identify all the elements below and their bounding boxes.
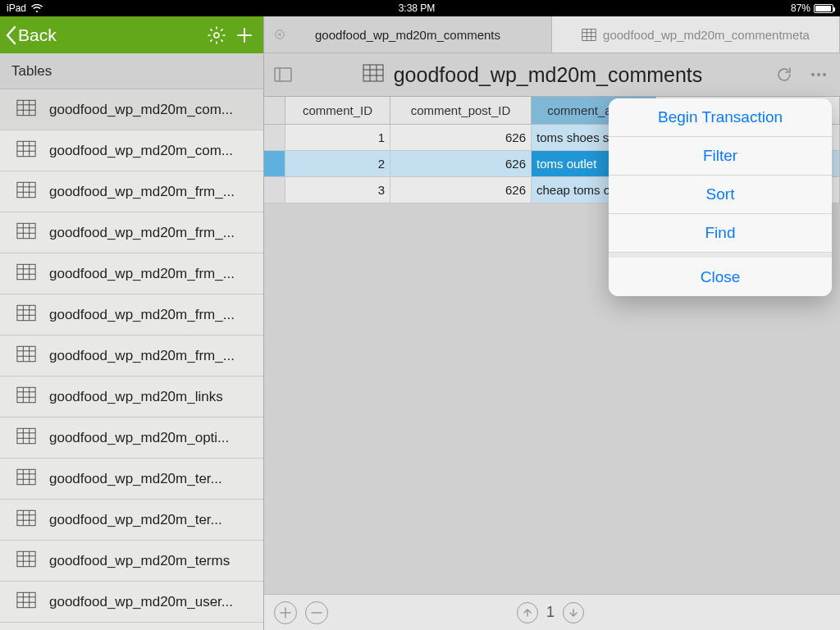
table-icon [16, 140, 36, 162]
add-row-button[interactable] [274, 601, 297, 624]
table-item-label: goodfood_wp_md20m_opti... [49, 430, 229, 446]
table-item-label: goodfood_wp_md20m_user... [49, 594, 233, 610]
sidebar-table-item[interactable]: goodfood_wp_md20m_opti... [0, 418, 263, 459]
table-icon [16, 427, 36, 449]
table-icon [363, 63, 384, 87]
close-icon [275, 30, 285, 39]
clock: 3:38 PM [399, 2, 436, 14]
refresh-button[interactable] [771, 62, 797, 88]
column-header[interactable]: comment_ID [285, 97, 390, 124]
svg-rect-67 [582, 29, 596, 40]
table-icon [16, 345, 36, 367]
svg-rect-36 [17, 387, 35, 402]
popover-action[interactable]: Sort [609, 176, 832, 214]
sidebar-table-item[interactable]: goodfood_wp_md20m_frm_... [0, 294, 263, 336]
add-button[interactable] [231, 21, 258, 49]
battery-icon [814, 4, 833, 13]
sidebar-header: Back [0, 16, 263, 53]
svg-rect-46 [17, 469, 35, 484]
table-item-label: goodfood_wp_md20m_frm_... [49, 348, 235, 364]
minus-icon [311, 607, 322, 619]
actions-popover: Begin TransactionFilterSortFindClose [609, 98, 832, 296]
sidebar: Back Tables goodfood_wp_md20m_com...good… [0, 16, 264, 630]
table-item-label: goodfood_wp_md20m_terms [49, 553, 230, 569]
close-tab-button[interactable] [272, 27, 287, 42]
tab[interactable]: goodfood_wp_md20m_comments [264, 16, 552, 52]
sidebar-table-item[interactable]: goodfood_wp_md20m_ter... [0, 459, 263, 500]
title-bar: goodfood_wp_md20m_comments [264, 53, 840, 96]
svg-rect-11 [17, 182, 35, 197]
table-item-label: goodfood_wp_md20m_com... [49, 143, 233, 159]
popover-action[interactable]: Filter [609, 137, 832, 176]
ellipsis-icon [811, 73, 826, 76]
settings-button[interactable] [203, 21, 231, 49]
sidebar-table-item[interactable]: goodfood_wp_md20m_terms [0, 541, 263, 582]
tab-label: goodfood_wp_md20m_commentmeta [603, 28, 810, 42]
page-number: 1 [546, 604, 555, 621]
column-header[interactable]: comment_post_ID [390, 97, 532, 124]
svg-rect-74 [363, 65, 383, 81]
row-header[interactable] [264, 125, 285, 150]
table-icon [16, 263, 36, 285]
popover-action[interactable]: Begin Transaction [609, 98, 832, 137]
tab-label: goodfood_wp_md20m_comments [315, 28, 500, 42]
svg-rect-31 [17, 346, 35, 361]
svg-rect-56 [17, 551, 35, 566]
more-actions-button[interactable] [806, 62, 832, 88]
sidebar-table-item[interactable]: goodfood_wp_md20m_frm_... [0, 253, 263, 294]
toggle-sidebar-button[interactable] [272, 64, 294, 85]
svg-rect-61 [17, 592, 35, 607]
svg-rect-51 [17, 510, 35, 525]
table-item-label: goodfood_wp_md20m_ter... [49, 471, 222, 487]
svg-rect-26 [17, 305, 35, 320]
battery-percent: 87% [791, 2, 810, 14]
bottom-toolbar: 1 [264, 594, 840, 630]
sidebar-table-item[interactable]: goodfood_wp_md20m_user... [0, 582, 263, 623]
delete-row-button[interactable] [305, 601, 328, 624]
row-header[interactable] [264, 151, 285, 176]
row-header[interactable] [264, 177, 285, 203]
next-page-button[interactable] [563, 602, 584, 623]
sidebar-table-item[interactable]: goodfood_wp_md20m_com... [0, 89, 263, 130]
cell[interactable]: 2 [285, 151, 390, 176]
svg-rect-16 [17, 223, 35, 238]
cell[interactable]: 626 [390, 125, 532, 150]
page-title: goodfood_wp_md20m_comments [394, 63, 703, 87]
table-icon [582, 29, 596, 41]
table-icon [16, 222, 36, 244]
sidebar-table-item[interactable]: goodfood_wp_md20m_frm_... [0, 336, 263, 377]
popover-action[interactable]: Find [609, 214, 832, 253]
prev-page-button[interactable] [517, 602, 538, 623]
arrow-down-icon [568, 608, 578, 618]
cell[interactable]: 626 [390, 177, 532, 203]
sidebar-section-title: Tables [0, 53, 263, 89]
table-icon [16, 468, 36, 490]
svg-rect-72 [275, 68, 291, 81]
cell[interactable]: 1 [285, 125, 390, 150]
svg-rect-41 [17, 428, 35, 443]
tab[interactable]: goodfood_wp_md20m_commentmeta [552, 16, 840, 52]
tables-list[interactable]: goodfood_wp_md20m_com...goodfood_wp_md20… [0, 89, 263, 630]
cell[interactable]: 626 [390, 151, 532, 176]
sidebar-table-item[interactable]: goodfood_wp_md20m_links [0, 377, 263, 418]
row-header-corner[interactable] [264, 97, 285, 124]
pager: 1 [517, 602, 584, 623]
table-item-label: goodfood_wp_md20m_com... [49, 102, 233, 118]
table-icon [16, 386, 36, 408]
svg-point-0 [214, 33, 219, 38]
ios-status-bar: iPad 3:38 PM 87% [0, 0, 840, 16]
popover-action[interactable]: Close [609, 258, 832, 296]
table-icon [16, 304, 36, 326]
svg-rect-6 [17, 141, 35, 156]
panel-icon [274, 67, 292, 82]
back-button[interactable]: Back [5, 25, 57, 45]
chevron-left-icon [5, 25, 16, 45]
sidebar-table-item[interactable]: goodfood_wp_md20m_ter... [0, 500, 263, 541]
wifi-icon [31, 4, 43, 13]
sidebar-table-item[interactable]: goodfood_wp_md20m_com... [0, 130, 263, 171]
sidebar-table-item[interactable]: goodfood_wp_md20m_frm_... [0, 171, 263, 212]
cell[interactable]: 3 [285, 177, 390, 203]
sidebar-table-item[interactable]: goodfood_wp_md20m_frm_... [0, 212, 263, 253]
table-icon [16, 99, 36, 121]
table-item-label: goodfood_wp_md20m_frm_... [49, 225, 235, 241]
